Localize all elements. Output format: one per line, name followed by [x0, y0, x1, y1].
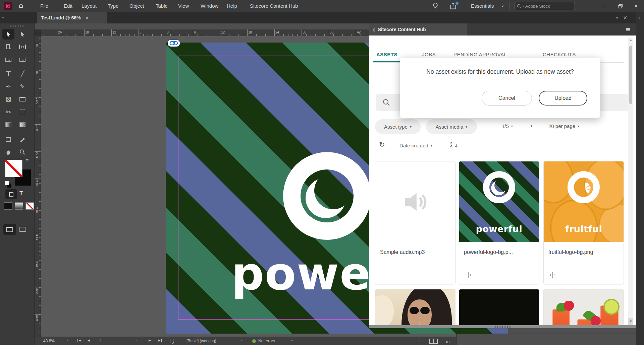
- note-tool[interactable]: [2, 134, 14, 145]
- menubar-item-sitecore-content-hub[interactable]: Sitecore Content Hub: [250, 3, 298, 9]
- asset-media-filter[interactable]: Asset media ▾: [426, 119, 477, 134]
- zoom-level-value[interactable]: 43.8%: [43, 339, 55, 343]
- vertical-ruler[interactable]: 06121824303642485460: [35, 36, 41, 337]
- content-placer-tool[interactable]: ↗: [16, 54, 29, 65]
- asset-card-photo[interactable]: [459, 289, 539, 328]
- scroll-down-icon[interactable]: ▼: [628, 318, 633, 325]
- menubar-item-file[interactable]: File: [40, 3, 48, 9]
- zoom-level-chevron-icon[interactable]: ∨: [66, 339, 68, 342]
- asset-card-audio[interactable]: Sample audio.mp3: [375, 161, 455, 284]
- collapse-panel-icon[interactable]: «: [616, 15, 618, 20]
- menubar-item-table[interactable]: Table: [156, 3, 168, 9]
- menubar-item-help[interactable]: Help: [227, 3, 237, 9]
- learn-lightbulb-icon[interactable]: [432, 2, 439, 10]
- page-number-chevron-icon[interactable]: ∨: [135, 339, 138, 342]
- zoom-tool[interactable]: [16, 147, 29, 157]
- asset-card-fruitful[interactable]: fruitful fruitful-logo-bg.png: [543, 161, 624, 284]
- direct-selection-tool[interactable]: [16, 29, 29, 40]
- asset-card-photo[interactable]: [543, 289, 624, 328]
- last-page-button[interactable]: ▶: [158, 339, 162, 342]
- errors-chevron-icon[interactable]: ∨: [291, 339, 293, 342]
- normal-view-mode-button[interactable]: [3, 224, 16, 235]
- panel-menu-icon[interactable]: ≡: [626, 26, 631, 33]
- indesign-logo[interactable]: Id: [3, 2, 12, 10]
- drag-to-place-icon[interactable]: [549, 271, 556, 279]
- menubar-item-view[interactable]: View: [178, 3, 189, 9]
- pen-tool[interactable]: ✒: [2, 81, 14, 92]
- drag-to-place-icon[interactable]: [465, 271, 472, 279]
- expand-dock-icon[interactable]: »: [638, 15, 640, 20]
- preflight-profile-value[interactable]: [Basic] (working): [186, 339, 216, 343]
- scrollbar-thumb[interactable]: [629, 46, 632, 104]
- menubar-item-object[interactable]: Object: [129, 3, 144, 9]
- tab-pending-approval[interactable]: PENDING APPROVAL: [453, 52, 507, 57]
- formatting-affects-text-button[interactable]: T: [19, 190, 23, 197]
- gradient-feather-tool[interactable]: [16, 119, 29, 130]
- page-tool[interactable]: [2, 42, 14, 52]
- close-button[interactable]: ×: [628, 0, 644, 12]
- close-panel-icon[interactable]: ×: [623, 15, 627, 21]
- document-tab-close-icon[interactable]: ×: [85, 15, 88, 21]
- asset-type-filter[interactable]: Asset type ▾: [375, 119, 421, 134]
- menubar-item-layout[interactable]: Layout: [82, 3, 97, 9]
- apply-color-button[interactable]: [4, 202, 12, 210]
- previous-page-button[interactable]: ◀: [88, 339, 90, 342]
- apply-gradient-button[interactable]: [15, 202, 23, 210]
- menubar-item-type[interactable]: Type: [108, 3, 119, 9]
- free-transform-tool[interactable]: [16, 107, 29, 117]
- scroll-right-icon[interactable]: ›: [418, 339, 420, 343]
- sort-direction-icon[interactable]: ZA ↓: [450, 142, 459, 151]
- page-indicator-dropdown[interactable]: 1/5 ▾: [502, 123, 513, 129]
- swap-fill-stroke-icon[interactable]: ⇆: [25, 158, 29, 162]
- scroll-up-icon[interactable]: ▲: [628, 38, 633, 43]
- adobe-stock-search-input[interactable]: ∨ Adobe Stock: [515, 2, 575, 10]
- asset-card-photo[interactable]: [375, 289, 455, 328]
- resize-grip-icon[interactable]: [446, 339, 450, 344]
- panel-tab[interactable]: ◊ Sitecore Content Hub: [369, 23, 467, 36]
- document-tab[interactable]: Test1.indd @ 66% ×: [37, 12, 107, 23]
- preflight-icon[interactable]: [170, 339, 173, 343]
- tab-assets[interactable]: ASSETS: [376, 52, 397, 57]
- panel-scrollbar[interactable]: ▲ ▼: [628, 38, 633, 325]
- ruler-origin-corner[interactable]: [35, 29, 41, 36]
- next-results-page-button[interactable]: ›: [530, 121, 533, 130]
- preflight-chevron-icon[interactable]: ∨: [240, 339, 243, 342]
- screen-mode-button[interactable]: [19, 227, 26, 232]
- pencil-tool[interactable]: ✎: [16, 81, 29, 92]
- refresh-icon[interactable]: ↻: [379, 141, 385, 149]
- content-collector-tool[interactable]: ↘: [2, 54, 14, 65]
- workspace-switcher[interactable]: Essentials: [471, 3, 494, 9]
- preflight-status-text[interactable]: No errors: [258, 339, 275, 343]
- toolbar-grip[interactable]: [10, 25, 25, 27]
- rectangle-tool[interactable]: [16, 94, 29, 105]
- spread-view-icon[interactable]: [429, 339, 438, 344]
- menubar-item-window[interactable]: Window: [201, 3, 218, 9]
- horizontal-ruler[interactable]: 241812606121824303642: [41, 29, 369, 36]
- upload-button[interactable]: Upload: [539, 91, 587, 106]
- eyedropper-tool[interactable]: [16, 134, 29, 145]
- asset-card-powerful[interactable]: powerful powerful-logo-bg.p...: [459, 161, 539, 284]
- per-page-dropdown[interactable]: 20 per page ▾: [548, 123, 579, 129]
- restore-button[interactable]: [612, 0, 628, 12]
- default-fill-stroke-icon[interactable]: [5, 181, 11, 188]
- selection-tool[interactable]: [2, 29, 14, 40]
- fill-color-indicator[interactable]: [5, 160, 22, 177]
- hand-tool[interactable]: [2, 147, 14, 157]
- frame-tool[interactable]: ⊠: [2, 94, 14, 105]
- gap-tool[interactable]: ↔: [16, 42, 29, 52]
- tab-jobs[interactable]: JOBS: [422, 52, 436, 57]
- cancel-button[interactable]: Cancel: [482, 91, 532, 106]
- linked-asset-badge[interactable]: [168, 40, 180, 47]
- line-tool[interactable]: ╱: [16, 68, 29, 79]
- home-icon[interactable]: ⌂: [19, 1, 23, 9]
- formatting-affects-container-button[interactable]: [5, 189, 17, 199]
- tab-checkouts[interactable]: CHECKOUTS: [543, 52, 576, 57]
- minimize-button[interactable]: —: [596, 0, 612, 12]
- gradient-swatch-tool[interactable]: [2, 119, 14, 130]
- next-page-button[interactable]: ▶: [149, 339, 151, 342]
- page-number-field[interactable]: 1: [99, 339, 101, 343]
- collapse-left-icon[interactable]: «: [2, 15, 4, 20]
- menubar-item-edit[interactable]: Edit: [64, 3, 72, 9]
- type-tool[interactable]: T: [2, 68, 14, 79]
- apply-none-button[interactable]: [25, 202, 34, 210]
